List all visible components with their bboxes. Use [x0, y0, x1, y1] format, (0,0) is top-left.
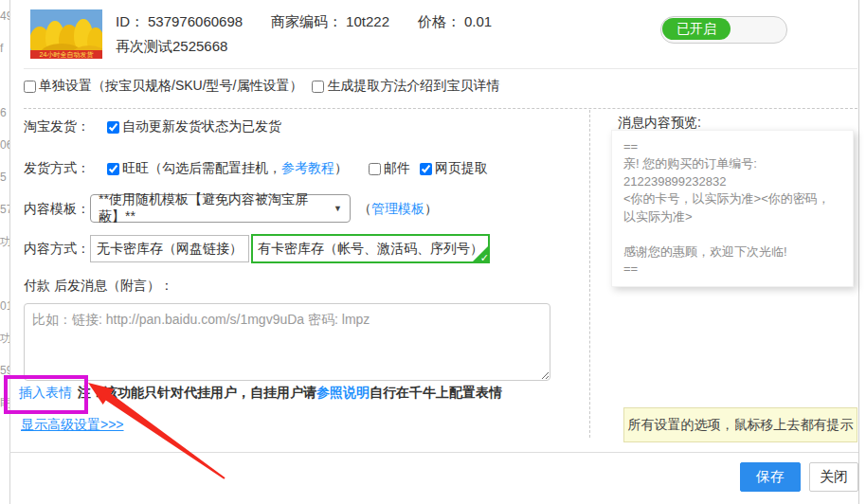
id-label: ID：	[116, 13, 144, 31]
merchant-code-label: 商家编码：	[271, 13, 342, 31]
thumbnail-banner-text: 24小时全自动发货	[40, 51, 94, 59]
separate-settings-label: 单独设置（按宝贝规格/SKU/型号/属性设置）	[39, 78, 302, 95]
mode-option-card-stock[interactable]: 有卡密库存（帐号、激活码、序列号） ✓	[251, 234, 490, 263]
top-options-row: 单独设置（按宝贝规格/SKU/型号/属性设置） 生成提取方法介绍到宝贝详情	[24, 78, 499, 95]
settings-dialog: 49 f 6 06 5 57 功 01 功 59 眀 24小时全自动发货 ID：…	[0, 0, 866, 504]
manage-template-link[interactable]: 管理模板	[371, 201, 424, 218]
footer-divider	[9, 452, 858, 453]
wangwang-label-close: ）	[334, 160, 348, 177]
emoji-note-suffix: 自行在千牛上配置表情	[370, 385, 502, 400]
header-divider	[24, 68, 857, 69]
email-checkbox[interactable]	[369, 163, 381, 175]
dialog-left-border	[9, 0, 10, 504]
insert-emoji-link[interactable]: 插入表情	[19, 385, 72, 402]
product-thumbnail: 24小时全自动发货	[30, 9, 102, 59]
ship-method-row: 发货方式： 旺旺（勾选后需配置挂机，参考教程） 邮件 网页提取	[24, 160, 488, 177]
taobao-ship-row: 淘宝发货： 自动更新发货状态为已发货	[24, 118, 281, 135]
auto-update-checkbox[interactable]	[107, 121, 119, 134]
wangwang-checkbox[interactable]	[107, 163, 119, 175]
hint-tooltip: 所有设置的选项，鼠标移上去都有提示	[623, 407, 857, 442]
price-label: 价格：	[418, 13, 460, 31]
template-select-value: **使用随机模板【避免内容被淘宝屏蔽】**	[99, 191, 334, 225]
content-mode-label: 内容方式：	[24, 241, 90, 258]
manage-paren-close: ）	[424, 201, 438, 218]
close-button[interactable]: 关闭	[809, 462, 858, 492]
ship-method-label: 发货方式：	[24, 160, 90, 177]
mode-option-no-card[interactable]: 无卡密库存（网盘链接）	[90, 235, 249, 262]
caret-down-icon: ▼	[334, 204, 342, 213]
message-label: 付款 后发消息（附言）：	[24, 278, 173, 295]
check-icon: ✓	[480, 252, 489, 263]
product-name: 再次测试2525668	[116, 38, 227, 56]
dashed-divider	[24, 108, 857, 109]
auto-update-label: 自动更新发货状态为已发货	[122, 118, 281, 135]
emoji-note-prefix: 注：该功能只针对代挂用户，自挂用户请	[78, 385, 316, 400]
message-textarea[interactable]	[24, 303, 550, 381]
tutorial-link[interactable]: 参考教程	[281, 160, 334, 177]
generate-intro-label: 生成提取方法介绍到宝贝详情	[327, 78, 499, 95]
preview-content: == 亲! 您的购买的订单编号: 212239899232832 <你的卡号，以…	[611, 130, 854, 287]
generate-intro-checkbox[interactable]	[312, 81, 324, 93]
template-label: 内容模板：	[24, 201, 90, 218]
product-meta-row: ID：537976060698 商家编码：10t222 价格：0.01	[116, 13, 492, 31]
advanced-settings-link[interactable]: 显示高级设置>>>	[21, 417, 124, 434]
dialog-right-border	[858, 0, 859, 504]
template-select[interactable]: **使用随机模板【避免内容被淘宝屏蔽】** ▼	[90, 194, 351, 223]
web-extract-checkbox[interactable]	[420, 163, 432, 175]
refer-instructions-link[interactable]: 参照说明	[316, 385, 370, 400]
separate-settings-checkbox[interactable]	[24, 81, 36, 93]
emoji-note: 注：该功能只针对代挂用户，自挂用户请参照说明自行在千牛上配置表情	[78, 385, 502, 402]
web-extract-label: 网页提取	[435, 160, 488, 177]
merchant-code-value: 10t222	[346, 13, 389, 31]
selected-check-corner: ✓	[471, 244, 490, 263]
enabled-toggle-knob[interactable]: 已开启	[662, 18, 731, 40]
price-value: 0.01	[464, 13, 492, 31]
manage-template-wrap: （管理模板）	[358, 201, 438, 218]
mode-option-card-stock-label: 有卡密库存（帐号、激活码、序列号）	[258, 241, 483, 258]
enabled-toggle[interactable]: 已开启	[660, 16, 787, 44]
wangwang-label: 旺旺（勾选后需配置挂机，	[122, 160, 281, 177]
manage-paren-open: （	[358, 201, 371, 218]
email-label: 邮件	[384, 160, 410, 177]
taobao-ship-label: 淘宝发货：	[24, 118, 90, 135]
save-button[interactable]: 保存	[740, 462, 801, 492]
id-value: 537976060698	[148, 13, 243, 31]
panel-divider	[589, 110, 590, 438]
background-edge-text: 49 f 6 06 5 57 功 01 功 59 眀	[0, 0, 9, 504]
